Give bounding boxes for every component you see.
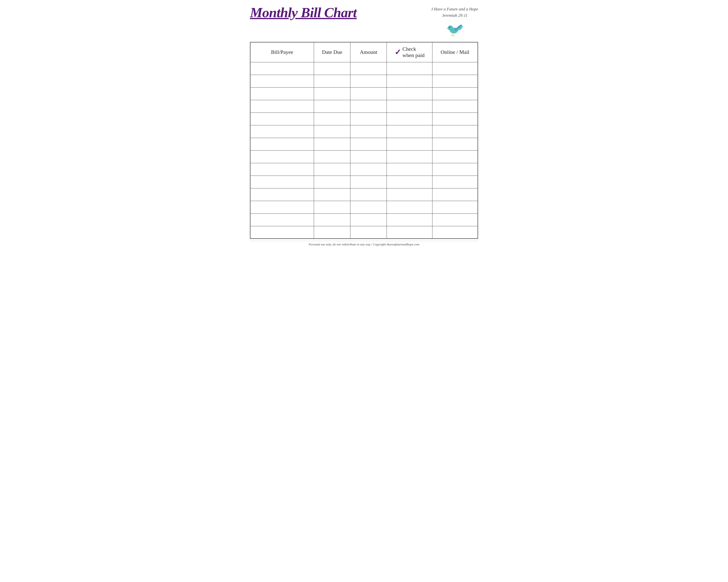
svg-point-1: [448, 25, 453, 31]
table-cell: [314, 175, 350, 188]
col-header-online-mail: Online / Mail: [432, 42, 478, 62]
table-cell: [350, 213, 387, 226]
footer-text: Personal use only, do not redistribute i…: [309, 243, 419, 246]
col-header-date-due: Date Due: [314, 42, 350, 62]
tagline-text: I Have a Future and a Hope Jeremiah 29:1…: [432, 6, 478, 19]
table-cell: [350, 87, 387, 100]
svg-line-9: [454, 33, 454, 35]
table-cell: [250, 75, 314, 87]
check-header-content: ✓ Checkwhen paid: [389, 46, 430, 59]
table-cell: [432, 188, 478, 201]
col-header-bill-payee: Bill/Payee: [250, 42, 314, 62]
table-cell: [387, 226, 433, 239]
table-row: [250, 100, 478, 113]
title-area: Monthly Bill Chart: [250, 5, 432, 20]
table-cell: [387, 125, 433, 138]
table-cell: [432, 175, 478, 188]
table-cell: [387, 188, 433, 201]
table-cell: [387, 213, 433, 226]
table-cell: [250, 150, 314, 163]
table-cell: [350, 175, 387, 188]
table-cell: [250, 113, 314, 125]
table-cell: [314, 188, 350, 201]
table-cell: [387, 175, 433, 188]
table-row: [250, 226, 478, 239]
table-cell: [350, 163, 387, 175]
page-title: Monthly Bill Chart: [250, 5, 432, 20]
table-row: [250, 150, 478, 163]
table-cell: [432, 213, 478, 226]
table-cell: [432, 87, 478, 100]
table-cell: [432, 226, 478, 239]
table-cell: [387, 163, 433, 175]
table-cell: [387, 62, 433, 75]
bird-icon: [444, 20, 466, 37]
tagline-line2: Jeremiah 29:11: [442, 13, 467, 18]
table-cell: [350, 138, 387, 150]
table-cell: [314, 62, 350, 75]
table-row: [250, 138, 478, 150]
table-cell: [432, 75, 478, 87]
table-cell: [250, 188, 314, 201]
table-cell: [350, 75, 387, 87]
table-row: [250, 163, 478, 175]
table-cell: [250, 138, 314, 150]
table-cell: [350, 113, 387, 125]
table-row: [250, 201, 478, 213]
tagline-area: I Have a Future and a Hope Jeremiah 29:1…: [432, 5, 478, 37]
table-cell: [250, 201, 314, 213]
table-cell: [432, 113, 478, 125]
table-cell: [350, 62, 387, 75]
table-header-row: Bill/Payee Date Due Amount ✓ Checkwhen p…: [250, 42, 478, 62]
table-cell: [387, 100, 433, 113]
table-row: [250, 125, 478, 138]
table-cell: [314, 75, 350, 87]
table-cell: [250, 175, 314, 188]
table-cell: [432, 125, 478, 138]
check-when-paid-label: Checkwhen paid: [402, 46, 425, 59]
svg-point-3: [449, 27, 450, 28]
table-cell: [432, 138, 478, 150]
table-cell: [314, 138, 350, 150]
table-body: [250, 62, 478, 239]
table-cell: [314, 150, 350, 163]
table-row: [250, 62, 478, 75]
table-cell: [432, 100, 478, 113]
table-cell: [250, 62, 314, 75]
table-row: [250, 87, 478, 100]
svg-line-8: [452, 33, 452, 35]
table-cell: [314, 226, 350, 239]
tagline-line1: I Have a Future and a Hope: [432, 7, 478, 11]
table-cell: [432, 62, 478, 75]
table-cell: [350, 100, 387, 113]
col-header-check-when-paid: ✓ Checkwhen paid: [387, 42, 433, 62]
table-cell: [387, 87, 433, 100]
table-cell: [250, 163, 314, 175]
table-cell: [250, 125, 314, 138]
table-cell: [350, 125, 387, 138]
table-cell: [314, 100, 350, 113]
table-cell: [314, 87, 350, 100]
table-cell: [432, 150, 478, 163]
footer: Personal use only, do not redistribute i…: [250, 241, 478, 248]
table-cell: [250, 213, 314, 226]
bill-chart-table: Bill/Payee Date Due Amount ✓ Checkwhen p…: [250, 42, 478, 239]
table-cell: [387, 150, 433, 163]
table-cell: [387, 201, 433, 213]
table-row: [250, 75, 478, 87]
table-cell: [432, 163, 478, 175]
table-cell: [250, 100, 314, 113]
table-cell: [387, 113, 433, 125]
svg-point-4: [449, 27, 450, 28]
table-row: [250, 175, 478, 188]
table-cell: [350, 201, 387, 213]
table-row: [250, 113, 478, 125]
col-header-amount: Amount: [350, 42, 387, 62]
table-cell: [387, 138, 433, 150]
table-cell: [350, 150, 387, 163]
table-cell: [314, 201, 350, 213]
table-row: [250, 213, 478, 226]
table-cell: [314, 125, 350, 138]
table-cell: [350, 188, 387, 201]
table-cell: [314, 163, 350, 175]
